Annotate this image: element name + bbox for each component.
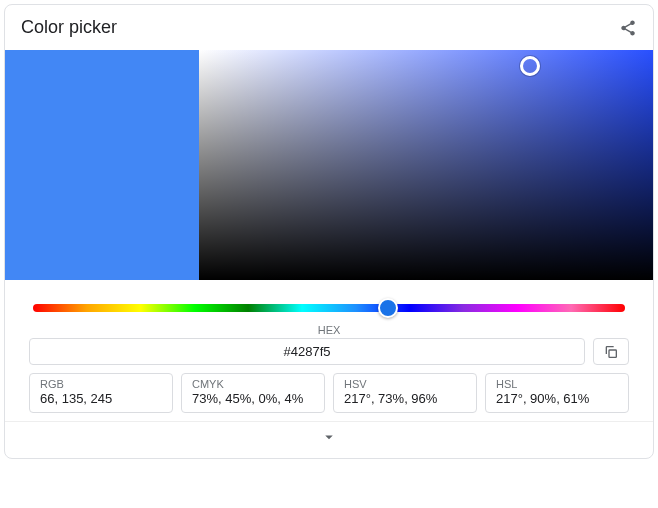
- format-label: CMYK: [192, 378, 314, 390]
- format-box-hsl[interactable]: HSL217°, 90%, 61%: [485, 373, 629, 413]
- copy-icon: [603, 344, 619, 360]
- format-box-rgb[interactable]: RGB66, 135, 245: [29, 373, 173, 413]
- chevron-down-icon: [320, 428, 338, 446]
- format-value: 73%, 45%, 0%, 4%: [192, 391, 314, 406]
- hex-input[interactable]: #4287f5: [29, 338, 585, 365]
- hex-box: #4287f5: [29, 338, 629, 365]
- sv-cursor[interactable]: [520, 56, 540, 76]
- hue-slider[interactable]: [33, 304, 625, 312]
- format-value: 217°, 73%, 96%: [344, 391, 466, 406]
- page-title: Color picker: [21, 17, 117, 38]
- format-label: RGB: [40, 378, 162, 390]
- format-label: HSV: [344, 378, 466, 390]
- hex-label: HEX: [29, 324, 629, 336]
- color-picker-card: Color picker HEX #4287f5 RGB66, 135, 245…: [4, 4, 654, 459]
- share-icon: [619, 19, 637, 37]
- picker-area: [5, 50, 653, 280]
- share-button[interactable]: [619, 19, 637, 37]
- format-value: 66, 135, 245: [40, 391, 162, 406]
- format-box-cmyk[interactable]: CMYK73%, 45%, 0%, 4%: [181, 373, 325, 413]
- color-swatch: [5, 50, 199, 280]
- hex-row: HEX #4287f5: [29, 324, 629, 365]
- format-box-hsv[interactable]: HSV217°, 73%, 96%: [333, 373, 477, 413]
- formats-row: RGB66, 135, 245CMYK73%, 45%, 0%, 4%HSV21…: [29, 373, 629, 413]
- copy-button[interactable]: [593, 338, 629, 365]
- format-label: HSL: [496, 378, 618, 390]
- hue-slider-wrap: [5, 280, 653, 324]
- format-value: 217°, 90%, 61%: [496, 391, 618, 406]
- saturation-value-panel[interactable]: [199, 50, 653, 280]
- header: Color picker: [5, 5, 653, 50]
- hue-thumb[interactable]: [378, 298, 398, 318]
- values-section: HEX #4287f5 RGB66, 135, 245CMYK73%, 45%,…: [5, 324, 653, 421]
- expand-button[interactable]: [5, 421, 653, 458]
- svg-rect-0: [609, 350, 616, 357]
